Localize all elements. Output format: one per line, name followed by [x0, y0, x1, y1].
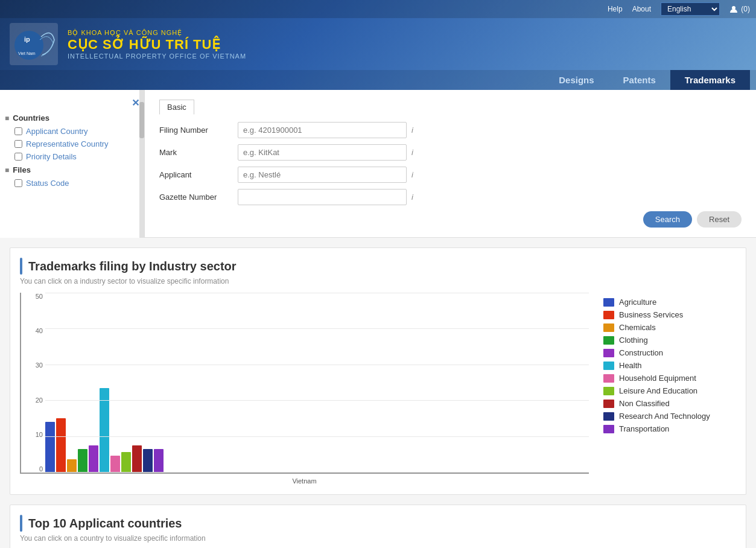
legend-transportation[interactable]: Transportation — [603, 424, 736, 433]
bar-health[interactable] — [100, 388, 109, 473]
bar-chart-container: 0 10 20 30 40 50 — [20, 293, 589, 485]
user-badge: (0) — [729, 5, 750, 14]
industry-bar-chart: 0 10 20 30 40 50 — [20, 293, 589, 474]
sidebar-item-priority-details[interactable]: Priority Details — [0, 150, 144, 163]
legend-business-services[interactable]: Business Services — [603, 310, 736, 319]
industry-chart-card: Trademarks filing by Industry sector You… — [10, 247, 746, 495]
applicant-chart-subtitle: You can click on a country to visualize … — [20, 534, 736, 543]
mark-input[interactable] — [238, 144, 407, 161]
grid-lines — [45, 293, 589, 473]
bar-construction[interactable] — [89, 445, 98, 473]
chart-legend: AgricultureBusiness ServicesChemicalsClo… — [603, 293, 736, 485]
collapse-icon: ■ — [5, 114, 9, 123]
legend-research-and-technology[interactable]: Research And Technology — [603, 412, 736, 421]
bar-non-classified[interactable] — [132, 445, 142, 473]
gazette-number-input[interactable] — [238, 189, 407, 205]
bar-household-equipment[interactable] — [110, 456, 120, 473]
gazette-number-label: Gazette Number — [159, 193, 238, 202]
bar-transportation[interactable] — [154, 449, 164, 473]
filing-number-label: Filing Number — [159, 126, 238, 135]
content-area: ✕ ■ Countries Applicant Country Represen… — [0, 90, 756, 238]
sidebar-item-status-code[interactable]: Status Code — [0, 177, 144, 190]
filing-number-input[interactable] — [238, 122, 407, 138]
bar-business-services[interactable] — [56, 418, 66, 473]
nav-patents[interactable]: Patents — [609, 70, 670, 90]
search-panel: Basic Filing Number i Mark i Applicant i… — [145, 90, 756, 238]
label-priority-details: Priority Details — [26, 152, 77, 161]
industry-chart-title: Trademarks filing by Industry sector — [28, 260, 237, 273]
bar-leisure-and-education[interactable] — [121, 452, 131, 473]
sidebar-item-representative-country[interactable]: Representative Country — [0, 138, 144, 150]
logo: ip Viet Nam — [10, 23, 58, 65]
bar-agriculture[interactable] — [45, 422, 55, 473]
applicant-row: Applicant i — [159, 167, 742, 183]
sidebar-item-applicant-country[interactable]: Applicant Country — [0, 125, 144, 138]
info-icon-filing: i — [411, 126, 413, 135]
legend-construction[interactable]: Construction — [603, 348, 736, 357]
language-select[interactable]: English Vietnamese — [661, 2, 720, 16]
help-link[interactable]: Help — [608, 5, 623, 13]
bar-clothing[interactable] — [78, 449, 87, 473]
label-status-code: Status Code — [26, 179, 69, 188]
applicant-chart-card: Top 10 Applicant countries You can click… — [10, 505, 746, 548]
legend-leisure-and-education[interactable]: Leisure And Education — [603, 386, 736, 395]
nav-designs[interactable]: Designs — [544, 70, 608, 90]
applicant-input[interactable] — [238, 167, 407, 183]
sidebar-close-button[interactable]: ✕ — [132, 97, 139, 109]
sidebar: ✕ ■ Countries Applicant Country Represen… — [0, 90, 145, 238]
applicant-label: Applicant — [159, 170, 238, 179]
applicant-chart-title: Top 10 Applicant countries — [28, 517, 182, 530]
mark-row: Mark i — [159, 144, 742, 161]
legend-chemicals[interactable]: Chemicals — [603, 323, 736, 332]
brand-text: BỘ KHOA HỌC VÀ CÔNG NGHỆ CỤC SỞ HỮU TRÍ … — [68, 29, 246, 60]
filing-number-row: Filing Number i — [159, 122, 742, 138]
svg-text:ip: ip — [24, 36, 30, 43]
info-icon-mark: i — [411, 148, 413, 157]
legend-household-equipment[interactable]: Household Equipment — [603, 374, 736, 383]
label-applicant-country: Applicant Country — [26, 127, 88, 136]
label-representative-country: Representative Country — [26, 139, 109, 148]
bar-research-and-technology[interactable] — [143, 449, 153, 473]
legend-agriculture[interactable]: Agriculture — [603, 298, 736, 307]
legend-non-classified[interactable]: Non Classified — [603, 399, 736, 408]
info-icon-applicant: i — [411, 170, 413, 179]
legend-clothing[interactable]: Clothing — [603, 336, 736, 345]
tab-basic[interactable]: Basic — [159, 100, 194, 115]
bar-chemicals[interactable] — [67, 459, 77, 473]
mark-label: Mark — [159, 148, 238, 157]
page-header: Help About English Vietnamese (0) ip Vie… — [0, 0, 756, 90]
nav-trademarks[interactable]: Trademarks — [670, 70, 750, 90]
checkbox-applicant-country[interactable] — [14, 127, 22, 135]
x-axis-label: Vietnam — [20, 477, 589, 485]
svg-text:Viet Nam: Viet Nam — [18, 51, 36, 56]
gazette-number-row: Gazette Number i — [159, 189, 742, 205]
checkbox-status-code[interactable] — [14, 179, 22, 187]
y-axis-labels: 0 10 20 30 40 50 — [21, 293, 43, 473]
main-nav: Designs Patents Trademarks — [0, 70, 756, 90]
checkbox-representative-country[interactable] — [14, 140, 22, 148]
title-accent — [20, 258, 22, 275]
industry-chart-subtitle: You can click on a industry sector to vi… — [20, 277, 736, 285]
title-accent-2 — [20, 515, 22, 532]
legend-health[interactable]: Health — [603, 361, 736, 370]
info-icon-gazette: i — [411, 193, 413, 202]
sidebar-section-files[interactable]: ■ Files — [0, 163, 144, 177]
collapse-icon-files: ■ — [5, 166, 9, 174]
reset-button[interactable]: Reset — [697, 211, 742, 228]
search-button[interactable]: Search — [643, 211, 692, 228]
sidebar-section-countries[interactable]: ■ Countries — [0, 111, 144, 125]
chart-area: 0 10 20 30 40 50 — [20, 293, 736, 485]
checkbox-priority-details[interactable] — [14, 153, 22, 161]
about-link[interactable]: About — [632, 5, 651, 13]
charts-section: Trademarks filing by Industry sector You… — [0, 238, 756, 548]
